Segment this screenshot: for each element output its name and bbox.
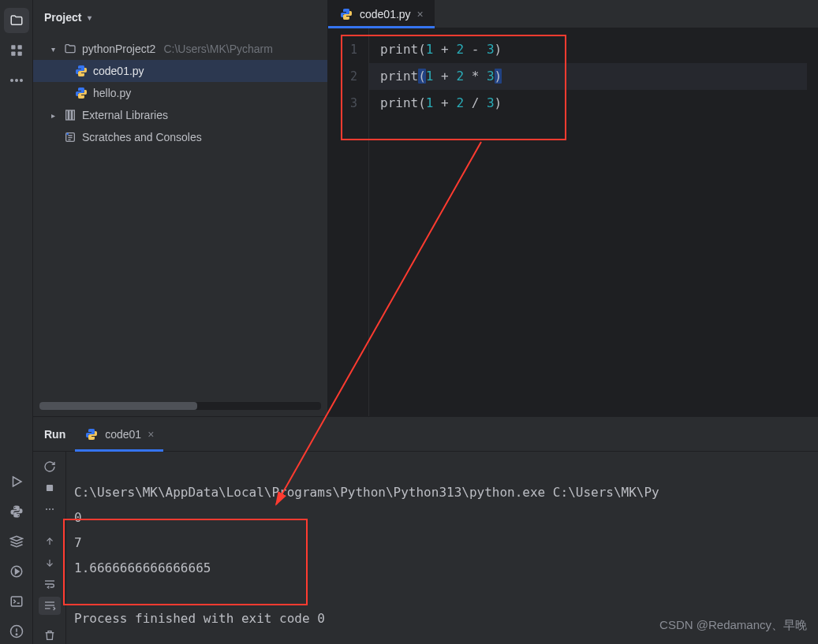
chevron-down-icon: ▾ xyxy=(47,45,58,54)
python-file-icon xyxy=(84,428,99,441)
svg-rect-1 xyxy=(17,45,21,49)
code-line: print(1 + 2 / 3) xyxy=(380,90,807,117)
svg-rect-0 xyxy=(11,45,15,49)
editor-body[interactable]: 1 2 3 print(1 + 2 - 3) print(1 + 2 * 3) … xyxy=(328,28,818,416)
debug-tool-icon[interactable] xyxy=(4,559,29,584)
editor-area: code01.py × 1 2 3 print(1 + 2 - 3) print… xyxy=(328,0,818,416)
tree-root[interactable]: ▾ pythonProject2 C:\Users\MK\Pycharm xyxy=(33,38,327,60)
rerun-icon[interactable] xyxy=(39,458,61,476)
services-icon[interactable] xyxy=(4,529,29,554)
library-icon xyxy=(63,109,77,121)
python-file-icon xyxy=(339,8,353,20)
chevron-down-icon: ▾ xyxy=(88,13,92,22)
left-tool-rail xyxy=(0,0,33,644)
code-content[interactable]: print(1 + 2 - 3) print(1 + 2 * 3) print(… xyxy=(369,28,818,416)
console-line: 1.6666666666666665 xyxy=(74,560,211,575)
run-tab[interactable]: code01 × xyxy=(75,417,163,451)
svg-point-17 xyxy=(66,133,69,136)
project-header-label: Project xyxy=(44,11,81,24)
trash-icon[interactable] xyxy=(39,626,61,644)
scratches-icon xyxy=(63,131,77,143)
project-tree: ▾ pythonProject2 C:\Users\MK\Pycharm cod… xyxy=(33,35,327,402)
stop-icon[interactable] xyxy=(39,479,61,497)
project-panel: Project ▾ ▾ pythonProject2 C:\Users\MK\P… xyxy=(33,0,328,416)
line-number: 1 xyxy=(328,36,357,63)
soft-wrap-icon[interactable] xyxy=(39,575,61,594)
svg-marker-7 xyxy=(13,477,21,486)
tree-external-label: External Libraries xyxy=(82,109,168,121)
up-icon[interactable] xyxy=(39,533,61,551)
svg-rect-3 xyxy=(17,52,21,56)
run-tab-name: code01 xyxy=(105,428,141,441)
editor-tabs: code01.py × xyxy=(328,0,818,28)
run-sidebar xyxy=(33,452,66,644)
project-tool-icon[interactable] xyxy=(4,8,29,33)
structure-icon[interactable] xyxy=(4,38,29,63)
code-line: print(1 + 2 - 3) xyxy=(380,36,807,63)
more-icon[interactable] xyxy=(39,501,61,519)
line-number: 2 xyxy=(328,63,357,90)
svg-point-4 xyxy=(10,79,13,82)
line-number: 3 xyxy=(328,90,357,117)
svg-point-12 xyxy=(16,634,17,635)
editor-tab[interactable]: code01.py × xyxy=(328,0,435,28)
tree-file-name: code01.py xyxy=(93,65,144,77)
svg-rect-15 xyxy=(73,110,75,120)
line-gutter: 1 2 3 xyxy=(328,28,369,416)
python-console-icon[interactable] xyxy=(4,499,29,524)
svg-point-5 xyxy=(15,79,18,82)
svg-point-6 xyxy=(20,79,23,82)
console-output[interactable]: C:\Users\MK\AppData\Local\Programs\Pytho… xyxy=(66,452,818,644)
console-exit: Process finished with exit code 0 xyxy=(74,611,325,626)
folder-icon xyxy=(63,43,77,55)
svg-rect-18 xyxy=(46,485,52,491)
horizontal-scrollbar[interactable] xyxy=(39,402,321,410)
tree-file[interactable]: hello.py xyxy=(33,82,327,104)
tree-external-libraries[interactable]: ▸ External Libraries xyxy=(33,104,327,126)
tree-root-name: pythonProject2 xyxy=(82,43,155,55)
console-line: 0 xyxy=(74,510,82,525)
problems-icon[interactable] xyxy=(4,619,29,644)
tree-scratches[interactable]: Scratches and Consoles xyxy=(33,126,327,148)
run-title: Run xyxy=(44,428,65,441)
close-icon[interactable]: × xyxy=(148,428,154,441)
editor-tab-name: code01.py xyxy=(360,8,411,20)
scroll-to-end-icon[interactable] xyxy=(39,597,61,615)
tree-file-name: hello.py xyxy=(93,87,131,99)
terminal-icon[interactable] xyxy=(4,589,29,614)
svg-rect-14 xyxy=(69,110,72,120)
tree-file[interactable]: code01.py xyxy=(33,60,327,82)
tree-root-path: C:\Users\MK\Pycharm xyxy=(163,43,272,55)
watermark: CSDN @Redamancy、早晚 xyxy=(659,618,807,633)
svg-marker-9 xyxy=(15,569,19,574)
python-file-icon xyxy=(74,65,88,77)
down-icon[interactable] xyxy=(39,554,61,572)
svg-point-21 xyxy=(52,508,54,510)
more-tools-icon[interactable] xyxy=(4,68,29,93)
svg-point-20 xyxy=(49,508,50,510)
tree-scratches-label: Scratches and Consoles xyxy=(82,131,202,143)
project-header[interactable]: Project ▾ xyxy=(33,0,327,35)
svg-rect-13 xyxy=(66,110,69,120)
svg-rect-10 xyxy=(11,597,22,606)
chevron-right-icon: ▸ xyxy=(47,111,58,120)
svg-rect-2 xyxy=(11,52,15,56)
run-header: Run code01 × xyxy=(33,417,818,452)
console-line: 7 xyxy=(74,535,82,550)
run-panel: Run code01 × xyxy=(33,417,818,644)
run-tool-icon[interactable] xyxy=(4,469,29,494)
close-icon[interactable]: × xyxy=(417,8,424,20)
python-file-icon xyxy=(74,87,88,99)
console-cmd: C:\Users\MK\AppData\Local\Programs\Pytho… xyxy=(74,485,659,500)
svg-point-19 xyxy=(46,508,47,510)
code-line: print(1 + 2 * 3) xyxy=(369,63,807,90)
